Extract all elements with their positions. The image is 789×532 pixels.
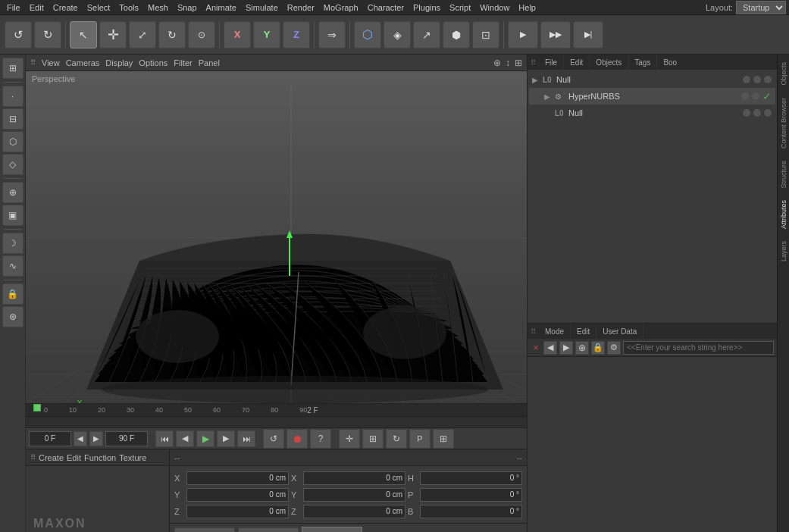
mat-create-menu[interactable]: Create <box>39 453 64 462</box>
auto-key-btn[interactable]: ↻ <box>386 429 407 449</box>
menu-help[interactable]: Help <box>515 2 540 14</box>
select-tool-button[interactable]: ↖ <box>70 21 97 49</box>
cube-tool-button[interactable]: ⬡ <box>354 21 381 49</box>
render2-button[interactable]: ▶▶ <box>540 21 571 49</box>
coord-x-input[interactable] <box>186 471 289 485</box>
scale-tool-button[interactable]: ⤢ <box>129 21 156 49</box>
attr-add-btn[interactable]: ⊕ <box>575 341 589 355</box>
side-tab-attributes[interactable]: Attributes <box>778 194 789 235</box>
menu-script[interactable]: Script <box>446 2 474 14</box>
play-btn[interactable]: ▶ <box>196 430 214 447</box>
coord-h-input[interactable] <box>420 471 522 485</box>
obj-tab-boo[interactable]: Boo <box>657 55 683 70</box>
viewport-canvas[interactable]: Perspective <box>26 71 527 403</box>
attr-tab-userdata[interactable]: User Data <box>596 324 643 339</box>
menu-tools[interactable]: Tools <box>115 2 142 14</box>
axis-x-button[interactable]: X <box>224 21 251 49</box>
menu-render[interactable]: Render <box>283 2 318 14</box>
attr-nav-back[interactable]: ◀ <box>543 341 557 355</box>
lock-btn[interactable]: 🔒 <box>2 283 23 305</box>
mat-texture-menu[interactable]: Texture <box>119 453 146 462</box>
axis-z-button[interactable]: Z <box>283 21 310 49</box>
obj-tab-file[interactable]: File <box>539 55 564 70</box>
attr-tab-mode[interactable]: Mode <box>539 324 571 339</box>
motion-path-btn[interactable]: ✛ <box>339 429 360 449</box>
obj-tab-objects[interactable]: Objects <box>590 55 628 70</box>
vp-icon-cross[interactable]: ⊕ <box>493 58 501 68</box>
render-button[interactable]: ▶ <box>508 21 538 49</box>
menu-simulate[interactable]: Simulate <box>242 2 282 14</box>
mat-edit-menu[interactable]: Edit <box>67 453 81 462</box>
attr-tab-edit[interactable]: Edit <box>571 324 596 339</box>
side-tab-objects[interactable]: Objects <box>778 56 789 92</box>
transform-tool-button[interactable]: ⊙ <box>188 21 215 49</box>
move-tool-button[interactable]: ✛ <box>99 21 127 49</box>
obj-hypernurbs[interactable]: ▶ ⚙ HyperNURBS ✓ <box>529 88 775 105</box>
goto-end-btn[interactable]: ⏭ <box>237 430 255 447</box>
coord-x2-input[interactable] <box>303 471 405 485</box>
menu-mograph[interactable]: MoGraph <box>320 2 362 14</box>
start-frame-field[interactable]: 0 F <box>29 431 71 446</box>
step-plus-btn[interactable]: ▶ <box>89 431 103 446</box>
coord-z2-input[interactable] <box>303 505 405 518</box>
coord-z-input[interactable] <box>186 505 289 518</box>
menu-snap[interactable]: Snap <box>174 2 201 14</box>
obj-null-2[interactable]: L0 Null <box>529 105 775 121</box>
object-axis-btn[interactable]: ⊕ <box>2 182 23 203</box>
vp-panel-menu[interactable]: Panel <box>199 58 220 67</box>
menu-mesh[interactable]: Mesh <box>144 2 172 14</box>
deform-tool-button[interactable]: ⊡ <box>472 21 499 49</box>
vp-view-menu[interactable]: View <box>42 58 60 67</box>
grid-btn[interactable]: ⊞ <box>433 429 454 449</box>
mode-poly-btn[interactable]: ⬡ <box>2 131 23 152</box>
mode-edges-btn[interactable]: ⊟ <box>2 108 23 130</box>
mat-function-menu[interactable]: Function <box>84 453 116 462</box>
attr-close-btn[interactable]: × <box>531 343 541 353</box>
obj-null-1[interactable]: ▶ L0 Null <box>529 71 775 88</box>
menu-edit[interactable]: Edit <box>26 2 48 14</box>
end-frame-field[interactable]: 90 F <box>105 431 148 446</box>
vp-icon-move[interactable]: ↕ <box>506 58 510 68</box>
viewport-mode-btn[interactable]: ⊞ <box>2 58 23 79</box>
side-tab-content-browser[interactable]: Content Browser <box>778 92 789 155</box>
menu-select[interactable]: Select <box>83 2 114 14</box>
menu-character[interactable]: Character <box>364 2 408 14</box>
obj-tab-edit[interactable]: Edit <box>564 55 590 70</box>
obj-tab-tags[interactable]: Tags <box>628 55 657 70</box>
axis-y-button[interactable]: Y <box>253 21 280 49</box>
undo-button[interactable]: ↺ <box>5 21 32 49</box>
rotate-tool-button[interactable]: ↻ <box>158 21 186 49</box>
texture-btn[interactable]: ▣ <box>2 205 23 226</box>
menu-animate[interactable]: Animate <box>202 2 240 14</box>
scale-select[interactable]: Scale Size <box>238 527 299 533</box>
coord-y2-input[interactable] <box>303 488 405 502</box>
record-btn[interactable]: ⏺ <box>286 429 308 449</box>
attr-nav-fwd[interactable]: ▶ <box>559 341 573 355</box>
apply-button[interactable]: Apply <box>302 527 362 533</box>
menu-create[interactable]: Create <box>49 2 82 14</box>
mode-object-btn[interactable]: ◇ <box>2 154 23 175</box>
coord-p-input[interactable] <box>420 488 522 502</box>
spline-tool-button[interactable]: ↗ <box>413 21 440 49</box>
side-tab-structure[interactable]: Structure <box>778 155 789 195</box>
vp-display-menu[interactable]: Display <box>105 58 133 67</box>
layout-select[interactable]: Startup <box>736 1 786 14</box>
menu-window[interactable]: Window <box>476 2 513 14</box>
goto-start-btn[interactable]: ⏮ <box>155 430 174 447</box>
render3-button[interactable]: ▶| <box>573 21 603 49</box>
prev-frame-btn[interactable]: ◀ <box>176 430 194 447</box>
side-tab-layers[interactable]: Layers <box>778 235 789 268</box>
step-minus-btn[interactable]: ◀ <box>74 431 87 446</box>
paint-btn[interactable]: ∿ <box>2 255 23 277</box>
attr-search-input[interactable] <box>623 341 774 355</box>
attr-gear-btn[interactable]: ⚙ <box>607 341 621 355</box>
sculpt-btn[interactable]: ☽ <box>2 233 23 254</box>
mode-points-btn[interactable]: · <box>2 86 23 107</box>
power-btn[interactable]: P <box>409 429 431 449</box>
coord-b-input[interactable] <box>420 505 522 518</box>
attr-lock-btn[interactable]: 🔒 <box>591 341 605 355</box>
menu-file[interactable]: File <box>3 2 24 14</box>
redo-button[interactable]: ↻ <box>34 21 61 49</box>
vp-icon-grid[interactable]: ⊞ <box>515 58 522 68</box>
next-frame-btn[interactable]: ▶ <box>217 430 235 447</box>
